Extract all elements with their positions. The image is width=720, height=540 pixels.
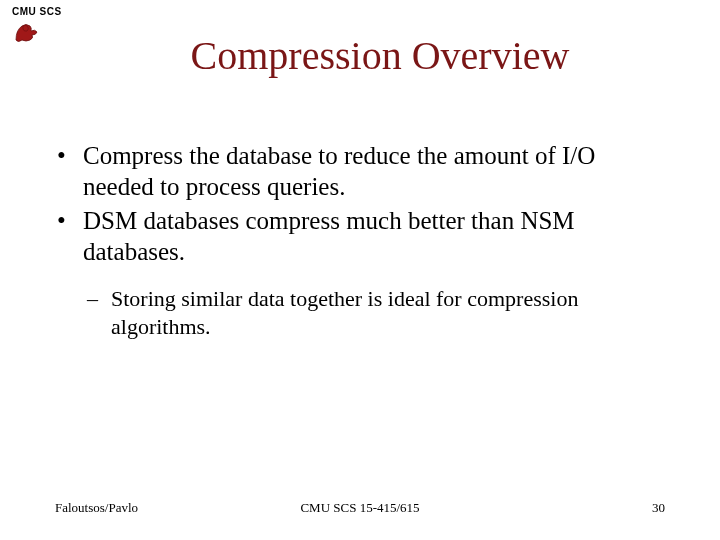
footer-page-number: 30 [652,500,665,516]
sub-bullet-item: Storing similar data together is ideal f… [83,285,665,340]
slide-title: Compression Overview [0,32,720,79]
sub-bullet-list: Storing similar data together is ideal f… [83,285,665,340]
slide-footer: Faloutsos/Pavlo CMU SCS 15-415/615 30 [55,500,665,516]
bullet-list: Compress the database to reduce the amou… [55,140,665,267]
bullet-item: Compress the database to reduce the amou… [55,140,665,203]
slide-header: CMU SCS [12,6,62,17]
bullet-item: DSM databases compress much better than … [55,205,665,268]
footer-course: CMU SCS 15-415/615 [300,500,419,516]
header-label: CMU SCS [12,6,62,17]
footer-authors: Faloutsos/Pavlo [55,500,138,516]
slide-content: Compress the database to reduce the amou… [55,140,665,340]
